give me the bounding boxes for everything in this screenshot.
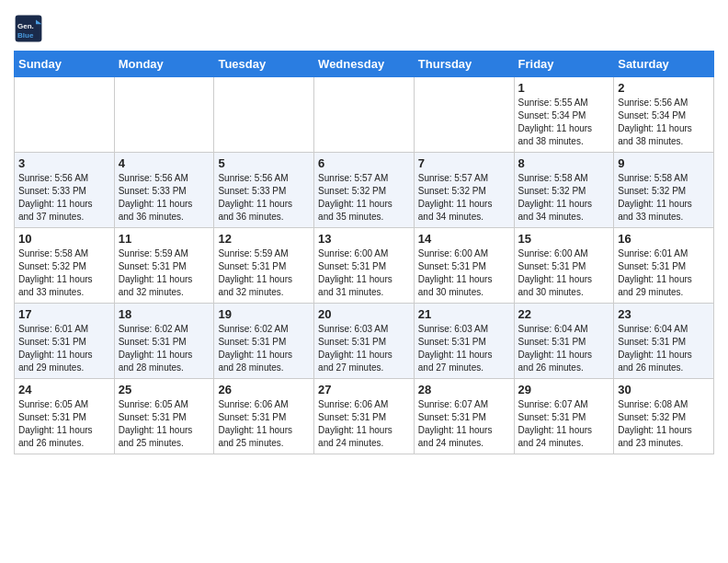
- day-number: 12: [218, 232, 310, 246]
- day-info: Sunrise: 6:01 AMSunset: 5:31 PMDaylight:…: [618, 247, 710, 299]
- day-number: 19: [218, 307, 310, 321]
- day-cell: 29Sunrise: 6:07 AMSunset: 5:31 PMDayligh…: [514, 379, 614, 454]
- day-cell: 10Sunrise: 5:58 AMSunset: 5:32 PMDayligh…: [15, 228, 115, 304]
- day-info: Sunrise: 6:04 AMSunset: 5:31 PMDaylight:…: [618, 323, 710, 374]
- day-number: 27: [318, 383, 410, 396]
- day-cell: 30Sunrise: 6:08 AMSunset: 5:32 PMDayligh…: [614, 379, 714, 454]
- day-number: 5: [218, 156, 310, 170]
- day-cell: 24Sunrise: 6:05 AMSunset: 5:31 PMDayligh…: [15, 379, 115, 454]
- day-info: Sunrise: 5:56 AMSunset: 5:33 PMDaylight:…: [18, 172, 110, 224]
- day-info: Sunrise: 5:57 AMSunset: 5:32 PMDaylight:…: [418, 172, 510, 224]
- calendar-table: SundayMondayTuesdayWednesdayThursdayFrid…: [14, 51, 714, 454]
- day-cell: 28Sunrise: 6:07 AMSunset: 5:31 PMDayligh…: [414, 379, 514, 454]
- day-cell: [214, 77, 314, 153]
- day-number: 9: [618, 156, 710, 170]
- day-cell: [114, 77, 214, 153]
- day-info: Sunrise: 6:07 AMSunset: 5:31 PMDaylight:…: [418, 398, 510, 450]
- day-cell: 20Sunrise: 6:03 AMSunset: 5:31 PMDayligh…: [314, 304, 415, 379]
- week-row-4: 17Sunrise: 6:01 AMSunset: 5:31 PMDayligh…: [15, 304, 714, 379]
- day-cell: 4Sunrise: 5:56 AMSunset: 5:33 PMDaylight…: [114, 153, 214, 228]
- day-cell: 12Sunrise: 5:59 AMSunset: 5:31 PMDayligh…: [214, 228, 314, 304]
- day-info: Sunrise: 5:56 AMSunset: 5:34 PMDaylight:…: [618, 97, 710, 148]
- day-cell: 27Sunrise: 6:06 AMSunset: 5:31 PMDayligh…: [314, 379, 415, 454]
- day-info: Sunrise: 6:00 AMSunset: 5:31 PMDaylight:…: [318, 247, 410, 299]
- day-info: Sunrise: 6:02 AMSunset: 5:31 PMDaylight:…: [218, 323, 310, 374]
- svg-text:Gen.: Gen.: [17, 22, 34, 30]
- day-cell: 2Sunrise: 5:56 AMSunset: 5:34 PMDaylight…: [614, 77, 714, 153]
- day-cell: 1Sunrise: 5:55 AMSunset: 5:34 PMDaylight…: [514, 77, 614, 153]
- day-info: Sunrise: 6:03 AMSunset: 5:31 PMDaylight:…: [418, 323, 510, 374]
- col-header-wednesday: Wednesday: [314, 52, 415, 77]
- day-cell: 7Sunrise: 5:57 AMSunset: 5:32 PMDaylight…: [414, 153, 514, 228]
- col-header-tuesday: Tuesday: [214, 52, 314, 77]
- day-info: Sunrise: 6:00 AMSunset: 5:31 PMDaylight:…: [418, 247, 510, 299]
- day-number: 14: [418, 232, 510, 246]
- day-cell: 23Sunrise: 6:04 AMSunset: 5:31 PMDayligh…: [614, 304, 714, 379]
- day-cell: [15, 77, 115, 153]
- day-number: 22: [518, 307, 610, 321]
- week-row-2: 3Sunrise: 5:56 AMSunset: 5:33 PMDaylight…: [15, 153, 714, 228]
- day-number: 8: [518, 156, 610, 170]
- day-info: Sunrise: 6:05 AMSunset: 5:31 PMDaylight:…: [18, 398, 110, 450]
- day-info: Sunrise: 6:03 AMSunset: 5:31 PMDaylight:…: [318, 323, 410, 374]
- day-number: 18: [119, 307, 210, 321]
- day-info: Sunrise: 5:56 AMSunset: 5:33 PMDaylight:…: [119, 172, 210, 224]
- col-header-friday: Friday: [514, 52, 614, 77]
- day-cell: 13Sunrise: 6:00 AMSunset: 5:31 PMDayligh…: [314, 228, 415, 304]
- day-info: Sunrise: 6:08 AMSunset: 5:32 PMDaylight:…: [618, 398, 710, 450]
- day-cell: 22Sunrise: 6:04 AMSunset: 5:31 PMDayligh…: [514, 304, 614, 379]
- day-number: 10: [18, 232, 110, 246]
- col-header-monday: Monday: [114, 52, 214, 77]
- day-number: 1: [518, 81, 610, 95]
- day-number: 13: [318, 232, 410, 246]
- day-info: Sunrise: 5:58 AMSunset: 5:32 PMDaylight:…: [18, 247, 110, 299]
- day-number: 28: [418, 383, 510, 396]
- day-info: Sunrise: 6:06 AMSunset: 5:31 PMDaylight:…: [318, 398, 410, 450]
- day-number: 23: [618, 307, 710, 321]
- day-cell: 8Sunrise: 5:58 AMSunset: 5:32 PMDaylight…: [514, 153, 614, 228]
- day-cell: 17Sunrise: 6:01 AMSunset: 5:31 PMDayligh…: [15, 304, 115, 379]
- day-cell: 19Sunrise: 6:02 AMSunset: 5:31 PMDayligh…: [214, 304, 314, 379]
- day-number: 3: [18, 156, 110, 170]
- day-number: 21: [418, 307, 510, 321]
- day-number: 29: [518, 383, 610, 396]
- day-info: Sunrise: 5:58 AMSunset: 5:32 PMDaylight:…: [618, 172, 710, 224]
- svg-text:Blue: Blue: [17, 31, 34, 40]
- logo: Gen. Blue: [14, 14, 47, 43]
- day-number: 16: [618, 232, 710, 246]
- day-info: Sunrise: 6:01 AMSunset: 5:31 PMDaylight:…: [18, 323, 110, 374]
- day-info: Sunrise: 6:05 AMSunset: 5:31 PMDaylight:…: [119, 398, 210, 450]
- day-info: Sunrise: 5:56 AMSunset: 5:33 PMDaylight:…: [218, 172, 310, 224]
- header: Gen. Blue: [14, 9, 714, 43]
- day-cell: 21Sunrise: 6:03 AMSunset: 5:31 PMDayligh…: [414, 304, 514, 379]
- calendar-page: Gen. Blue SundayMondayTuesdayWednesdayTh…: [0, 0, 728, 468]
- day-info: Sunrise: 5:59 AMSunset: 5:31 PMDaylight:…: [119, 247, 210, 299]
- day-cell: 16Sunrise: 6:01 AMSunset: 5:31 PMDayligh…: [614, 228, 714, 304]
- day-number: 15: [518, 232, 610, 246]
- day-number: 6: [318, 156, 410, 170]
- day-number: 17: [18, 307, 110, 321]
- day-cell: 25Sunrise: 6:05 AMSunset: 5:31 PMDayligh…: [114, 379, 214, 454]
- day-number: 26: [218, 383, 310, 396]
- header-row: SundayMondayTuesdayWednesdayThursdayFrid…: [15, 52, 714, 77]
- day-cell: 14Sunrise: 6:00 AMSunset: 5:31 PMDayligh…: [414, 228, 514, 304]
- day-cell: 26Sunrise: 6:06 AMSunset: 5:31 PMDayligh…: [214, 379, 314, 454]
- day-number: 7: [418, 156, 510, 170]
- day-cell: [314, 77, 415, 153]
- week-row-5: 24Sunrise: 6:05 AMSunset: 5:31 PMDayligh…: [15, 379, 714, 454]
- col-header-thursday: Thursday: [414, 52, 514, 77]
- col-header-sunday: Sunday: [15, 52, 115, 77]
- day-info: Sunrise: 6:02 AMSunset: 5:31 PMDaylight:…: [119, 323, 210, 374]
- day-number: 2: [618, 81, 710, 95]
- day-cell: [414, 77, 514, 153]
- day-number: 20: [318, 307, 410, 321]
- day-number: 30: [618, 383, 710, 396]
- day-cell: 3Sunrise: 5:56 AMSunset: 5:33 PMDaylight…: [15, 153, 115, 228]
- day-cell: 6Sunrise: 5:57 AMSunset: 5:32 PMDaylight…: [314, 153, 415, 228]
- day-cell: 18Sunrise: 6:02 AMSunset: 5:31 PMDayligh…: [114, 304, 214, 379]
- day-cell: 5Sunrise: 5:56 AMSunset: 5:33 PMDaylight…: [214, 153, 314, 228]
- day-number: 24: [18, 383, 110, 396]
- day-info: Sunrise: 6:07 AMSunset: 5:31 PMDaylight:…: [518, 398, 610, 450]
- day-number: 25: [119, 383, 210, 396]
- day-info: Sunrise: 5:55 AMSunset: 5:34 PMDaylight:…: [518, 97, 610, 148]
